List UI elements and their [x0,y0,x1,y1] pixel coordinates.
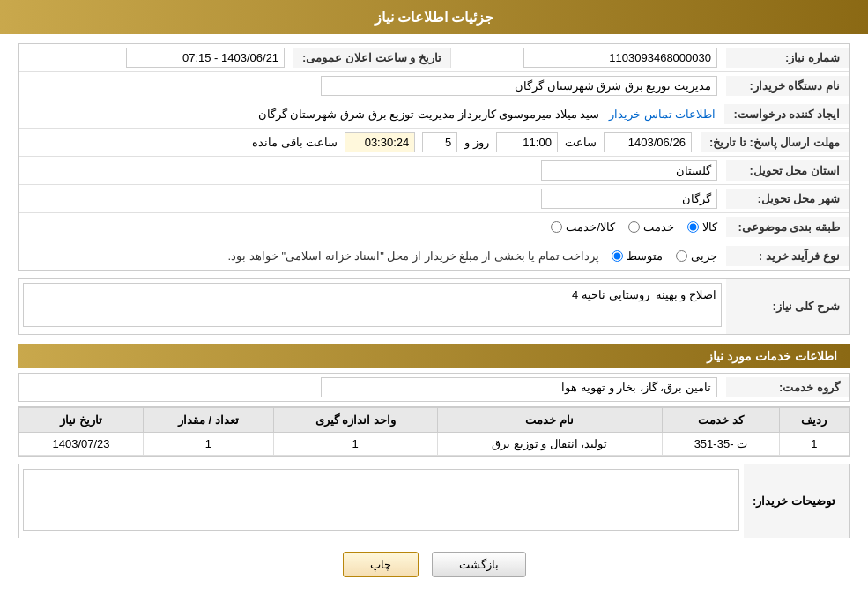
ostan-value: گلستان [19,157,726,184]
navoe-label: نوع فرآیند خرید : [726,246,849,266]
row-dastgah: نام دستگاه خریدار: مدیریت توزیع برق شرق … [19,72,849,100]
navoe-note: پرداخت تمام یا بخشی از مبلغ خریدار از مح… [228,249,600,263]
ostan-input: گلستان [541,160,717,181]
tabaqe-kala-radio[interactable] [687,221,699,233]
dastgah-input: مدیریت توزیع برق شرق شهرستان گرگان [321,76,717,96]
navoe-jozi-label: جزیی [691,249,717,263]
mohlat-label: مهلت ارسال پاسخ: تا تاریخ: [701,132,849,152]
row-shahr: شهر محل تحویل: گرگان [19,185,849,213]
shahr-label: شهر محل تحویل: [726,189,849,209]
navoe-motavasset-radio[interactable] [612,250,623,262]
desc-value [19,464,744,538]
table-cell-5: 1403/07/23 [19,433,144,456]
col-tarikh: تاریخ نیاز [19,408,144,433]
row-grooh: گروه خدمت: تامین برق، گاز، بخار و تهویه … [18,373,850,402]
navoe-motavasset-label: متوسط [627,249,663,263]
row-ijad: ایجاد کننده درخواست: اطلاعات تماس خریدار… [19,100,849,129]
desc-textarea[interactable] [23,469,739,531]
print-button[interactable]: چاپ [343,552,419,577]
description-section: توضیحات خریدار: [18,464,850,538]
table-body: 1ت -35-351تولید، انتقال و توزیع برق11140… [19,433,849,456]
table-row: 1ت -35-351تولید، انتقال و توزیع برق11140… [19,433,849,456]
navoe-jozi-radio[interactable] [676,250,687,262]
grooh-value: تامین برق، گاز، بخار و تهویه هوا [19,374,726,401]
col-kod: کد خدمت [662,408,779,433]
navoe-jozi-item: جزیی [676,249,717,263]
col-nam: نام خدمت [437,408,662,433]
sharh-textarea[interactable] [23,283,722,327]
col-tedad: تعداد / مقدار [144,408,274,433]
dastgah-label: نام دستگاه خریدار: [726,76,849,96]
shahr-value: گرگان [19,185,726,212]
row-mohlat: مهلت ارسال پاسخ: تا تاریخ: 1403/06/26 سا… [19,129,849,157]
mohlat-saat-label: ساعت [565,136,597,149]
table-header-row: ردیف کد خدمت نام خدمت واحد اندازه گیری ت… [19,408,849,433]
mohlat-saat-input: 11:00 [496,132,558,152]
shomara-label: شماره نیاز: [726,48,849,68]
row-navoe: نوع فرآیند خرید : جزیی متوسط پرداخت تمام… [19,241,849,270]
row-shomara: شماره نیاز: 1103093468000030 تاریخ و ساع… [19,44,849,72]
sharh-label: شرح کلی نیاز: [726,279,849,334]
tarikh-value: 1403/06/21 - 07:15 [19,44,293,71]
tabaqe-value: کالا خدمت کالا/خدمت [19,217,726,237]
mohlat-roz-input: 5 [422,132,457,152]
navoe-motavasset-item: متوسط [612,249,663,263]
tabaqe-khedmat-radio[interactable] [628,221,640,233]
row-tabaqe: طبقه بندی موضوعی: کالا خدمت کالا/خدمت [19,213,849,241]
tarikh-input: 1403/06/21 - 07:15 [126,48,285,68]
services-table-container: ردیف کد خدمت نام خدمت واحد اندازه گیری ت… [18,406,850,457]
dastgah-value: مدیریت توزیع برق شرق شهرستان گرگان [19,72,726,100]
row-ostan: استان محل تحویل: گلستان [19,157,849,185]
tabaqe-kala-khedmat-label: کالا/خدمت [566,220,615,234]
ijad-name: سید میلاد میرموسوی کاربرداز مدیریت توزیع… [258,108,600,121]
mohlat-value: 1403/06/26 ساعت 11:00 روز و 5 03:30:24 س… [19,129,701,156]
col-radif: ردیف [779,408,849,433]
shomara-input: 1103093468000030 [523,48,717,68]
contact-link[interactable]: اطلاعات تماس خریدار [609,108,716,121]
table-cell-0: 1 [779,433,849,456]
table-cell-3: 1 [273,433,437,456]
tarikh-label: تاریخ و ساعت اعلان عمومی: [293,48,451,68]
tabaqe-khedmat-label: خدمت [643,220,674,234]
sharh-value [19,279,726,334]
tabaqe-kala-khedmat-radio[interactable] [551,221,562,233]
grooh-input: تامین برق، گاز، بخار و تهویه هوا [321,377,717,397]
ijad-label: ایجاد کننده درخواست: [724,104,849,124]
navoe-value: جزیی متوسط پرداخت تمام یا بخشی از مبلغ خ… [19,246,726,266]
back-button[interactable]: بازگشت [432,552,526,577]
ostan-label: استان محل تحویل: [726,160,849,181]
page-title: جزئیات اطلاعات نیاز [0,0,868,34]
mohlat-baqi-label: ساعت باقی مانده [252,136,338,149]
shomara-value: 1103093468000030 [451,44,726,71]
main-info-section: شماره نیاز: 1103093468000030 تاریخ و ساع… [18,43,850,271]
tabaqe-kala-label: کالا [702,220,717,234]
mohlat-baqi-input: 03:30:24 [345,132,415,152]
table-cell-2: تولید، انتقال و توزیع برق [437,433,662,456]
mohlat-date-input: 1403/06/26 [604,132,692,152]
sharh-section: شرح کلی نیاز: [18,278,850,335]
ijad-value: اطلاعات تماس خریدار سید میلاد میرموسوی ک… [19,104,724,124]
grooh-label: گروه خدمت: [726,377,849,397]
table-cell-1: ت -35-351 [662,433,779,456]
tabaqe-kala-item: کالا [687,220,717,234]
table-cell-4: 1 [144,433,274,456]
tabaqe-kala-khedmat-item: کالا/خدمت [551,220,615,234]
shahr-input: گرگان [541,189,717,209]
tabaqe-khedmat-item: خدمت [628,220,674,234]
button-row: بازگشت چاپ [18,552,850,577]
khedmat-section-title: اطلاعات خدمات مورد نیاز [18,344,850,368]
desc-label: توضیحات خریدار: [744,464,849,538]
tabaqe-label: طبقه بندی موضوعی: [726,217,849,237]
mohlat-roz-label: روز و [464,136,489,149]
services-table: ردیف کد خدمت نام خدمت واحد اندازه گیری ت… [19,407,849,456]
col-vahed: واحد اندازه گیری [273,408,437,433]
